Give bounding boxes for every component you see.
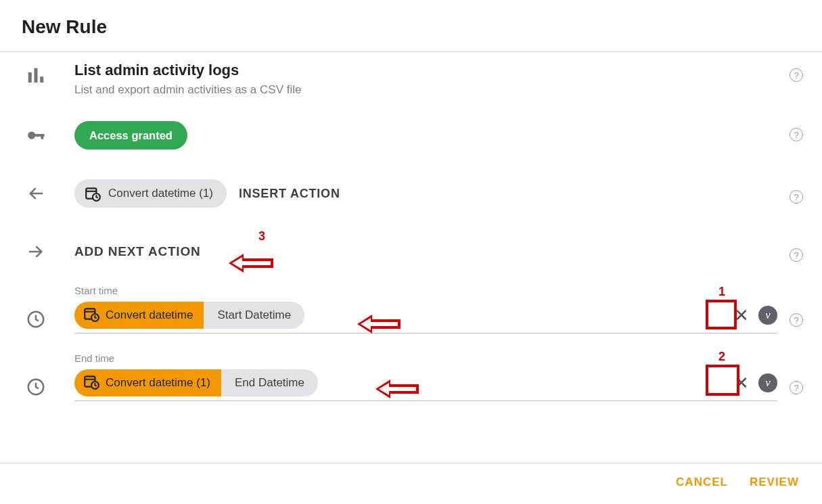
end-time-field[interactable]: Convert datetime (1) End Datetime ✕ v [74, 369, 777, 401]
end-time-token[interactable]: Convert datetime (1) End Datetime [74, 369, 318, 396]
new-rule-dialog: New Rule List admin activity logs List a… [0, 0, 822, 504]
after-actions-row: ADD NEXT ACTION ? 3 [0, 223, 822, 281]
before-action-pill[interactable]: Convert datetime (1) [74, 179, 227, 208]
start-time-field[interactable]: Convert datetime Start Datetime ✕ v [74, 302, 777, 334]
clock-icon [19, 285, 53, 329]
bar-chart-icon [19, 62, 53, 86]
help-icon[interactable]: ? [790, 248, 803, 262]
arrow-right-icon [19, 242, 53, 262]
trigger-title: List admin activity logs [74, 62, 777, 79]
start-time-token[interactable]: Convert datetime Start Datetime [74, 302, 304, 329]
trigger-subtitle: List and export admin activities as a CS… [74, 83, 777, 97]
review-button[interactable]: REVIEW [750, 476, 799, 489]
annotation-number-3: 3 [258, 229, 265, 244]
calendar-clock-icon [83, 373, 100, 394]
dialog-title: New Rule [22, 16, 800, 38]
before-actions-row: Convert datetime (1) INSERT ACTION ? [0, 164, 822, 223]
cancel-button[interactable]: CANCEL [676, 476, 728, 489]
svg-rect-2 [40, 76, 43, 83]
insert-action-button[interactable]: INSERT ACTION [239, 187, 340, 201]
help-icon[interactable]: ? [790, 68, 803, 82]
arrow-left-icon [19, 183, 53, 204]
end-time-row: End time Convert datetime (1) End Dateti… [0, 343, 822, 405]
condition-row[interactable]: Access granted ? [0, 106, 822, 164]
svg-rect-5 [41, 134, 44, 139]
start-token-source: Convert datetime [106, 308, 193, 322]
clear-end-time-button[interactable]: ✕ [730, 373, 753, 394]
start-time-row: Start time Convert datetime Start Dateti… [0, 281, 822, 343]
start-token-value: Start Datetime [204, 302, 304, 329]
svg-rect-1 [35, 68, 38, 83]
end-token-source: Convert datetime (1) [106, 376, 210, 390]
help-icon[interactable]: ? [790, 190, 803, 204]
variable-picker-start-button[interactable]: v [758, 306, 777, 325]
help-icon[interactable]: ? [790, 128, 803, 141]
help-icon[interactable]: ? [790, 313, 803, 327]
clear-start-time-button[interactable]: ✕ [730, 305, 753, 326]
rule-scroll-area[interactable]: List admin activity logs List and export… [0, 52, 822, 463]
condition-chip[interactable]: Access granted [74, 121, 187, 150]
calendar-clock-icon [84, 185, 101, 202]
end-token-value: End Datetime [221, 369, 318, 396]
calendar-clock-icon [83, 305, 100, 326]
start-time-label: Start time [74, 285, 777, 296]
clock-icon [19, 352, 53, 397]
key-icon [19, 121, 53, 145]
trigger-row[interactable]: List admin activity logs List and export… [0, 52, 822, 106]
help-icon[interactable]: ? [790, 381, 803, 394]
dialog-header: New Rule [0, 0, 822, 51]
variable-picker-end-button[interactable]: v [758, 373, 777, 392]
add-next-action-button[interactable]: ADD NEXT ACTION [74, 244, 201, 259]
end-time-label: End time [74, 352, 777, 364]
condition-chip-label: Access granted [89, 129, 173, 142]
before-action-pill-label: Convert datetime (1) [108, 187, 213, 200]
svg-rect-0 [28, 72, 32, 83]
dialog-footer: CANCEL REVIEW [0, 463, 822, 504]
